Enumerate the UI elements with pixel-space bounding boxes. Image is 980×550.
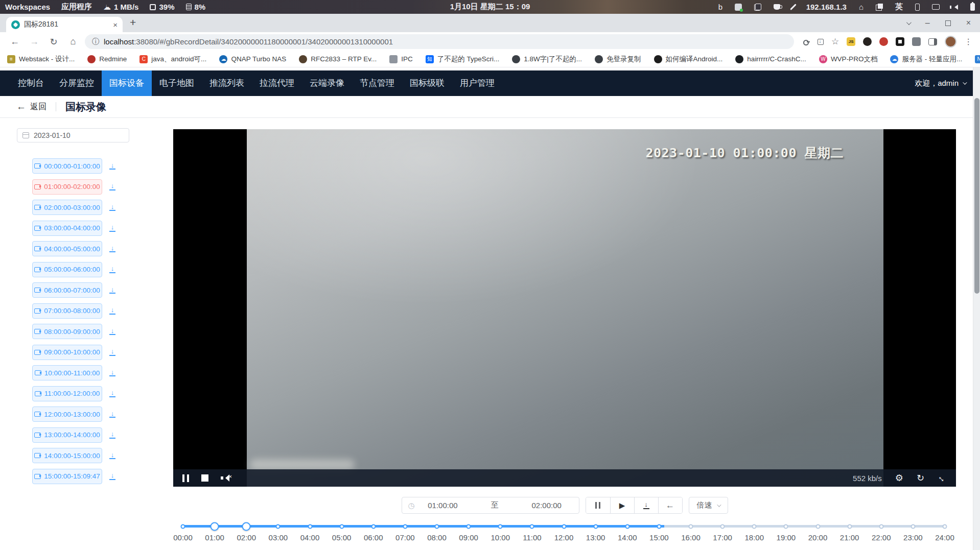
clipboard-icon[interactable] [754,4,761,11]
record-segment-button[interactable]: 08:00:00-09:00:00 [32,324,102,339]
bookmark-item[interactable]: hairrrrr/C-CrashC... [735,55,806,63]
nav-item[interactable]: 分屏监控 [52,70,102,96]
home-icon[interactable]: ⌂ [859,3,864,11]
nav-item[interactable]: 拉流代理 [252,70,302,96]
bookmark-item[interactable]: Redmine [87,55,127,63]
download-record-button[interactable]: ↓ [109,204,115,211]
window-stack-icon[interactable] [876,4,883,11]
bookmark-item[interactable]: 知 了不起的 TypeScri... [426,55,500,64]
extension-dark-icon[interactable] [863,37,872,46]
bookmark-item[interactable]: ≡ Webstack - 设计... [7,55,75,64]
nav-item[interactable]: 国标级联 [402,70,452,96]
bookmark-item[interactable]: 1.8W字|了不起的... [512,55,582,64]
download-record-button[interactable]: ↓ [109,224,115,232]
cup-icon[interactable] [774,4,780,10]
timeline-handle[interactable] [242,522,251,531]
nav-item[interactable]: 控制台 [10,70,52,96]
video-player[interactable]: 2023-01-10 01:00:00 星期二 × 552 kb/s ⚙ ↻ ↔ [173,129,956,487]
phone-link-icon[interactable] [915,4,920,11]
record-segment-button[interactable]: 04:00:00-05:00:00 [32,241,102,256]
reload-button[interactable]: ↻ [46,36,61,47]
download-record-button[interactable]: ↓ [109,472,115,480]
bookmark-star-icon[interactable]: ☆ [831,36,839,47]
record-segment-button[interactable]: 09:00:00-10:00:00 [32,345,102,360]
record-segment-button[interactable]: 00:00:00-01:00:00 [32,158,102,174]
nav-item[interactable]: 推流列表 [202,70,252,96]
seek-back-button[interactable]: ← [658,497,682,513]
browser-menu-icon[interactable]: ⋮ [964,37,972,46]
download-record-button[interactable]: ↓ [109,162,115,170]
record-segment-button[interactable]: 06:00:00-07:00:00 [32,282,102,298]
back-arrow-icon[interactable]: ← [16,101,26,112]
tab-search-icon[interactable] [906,20,912,25]
time-range-input[interactable]: ◷ 01:00:00 至 02:00:00 [402,497,579,514]
bookmark-item[interactable]: N HDAtmos :: 种子 *... [975,55,980,64]
refresh-icon[interactable]: ↻ [917,472,924,484]
workspaces-button[interactable]: Workspaces [5,3,50,11]
record-segment-button[interactable]: 15:00:00-15:09:47 [32,469,102,484]
minimize-button[interactable]: – [925,18,930,28]
new-tab-button[interactable]: + [130,17,136,28]
extension-black-icon[interactable] [896,37,904,46]
bookmark-item[interactable]: RFC2833 – RTP Ev... [299,55,377,63]
pause-icon[interactable] [182,474,189,482]
site-info-icon[interactable]: ⓘ [92,37,99,46]
play-button[interactable]: ▶ [610,497,634,513]
nav-item[interactable]: 国标设备 [102,70,152,96]
user-menu[interactable]: 欢迎，admin [915,79,980,88]
download-record-button[interactable]: ↓ [109,266,115,273]
extension-red-icon[interactable] [879,37,888,46]
download-record-button[interactable]: ↓ [109,390,115,397]
download-record-button[interactable]: ↓ [109,245,115,253]
app-notification-icon[interactable] [735,4,742,11]
volume-icon[interactable] [952,5,958,10]
mute-icon[interactable]: × [221,474,232,482]
record-segment-button[interactable]: 02:00:00-03:00:00 [32,200,102,215]
playback-speed-dropdown[interactable]: 倍速 [689,497,728,514]
nav-item[interactable]: 用户管理 [452,70,502,96]
shutter-settings-icon[interactable]: ⚙ [895,472,903,484]
browser-tab[interactable]: 国标28181 × [6,17,123,32]
record-segment-button[interactable]: 13:00:00-14:00:00 [32,427,102,443]
input-method-indicator[interactable]: 英 [895,2,903,12]
page-scrollbar[interactable] [973,67,980,550]
extensions-puzzle-icon[interactable] [912,37,921,46]
display-icon[interactable] [932,4,940,10]
download-record-button[interactable]: ↓ [109,307,115,315]
start-time-value[interactable]: 01:00:00 [417,501,469,510]
bookmark-item[interactable]: ☁ 服务器 - 轻量应用... [890,55,962,64]
nav-item[interactable]: 云端录像 [302,70,352,96]
bookmark-item[interactable]: W WVP-PRO文档 [819,55,878,64]
pause-button[interactable] [586,497,610,513]
download-record-button[interactable]: ↓ [109,348,115,356]
record-segment-button[interactable]: 05:00:00-06:00:00 [32,262,102,277]
side-panel-icon[interactable] [928,38,937,45]
record-segment-button[interactable]: 03:00:00-04:00:00 [32,221,102,236]
address-bar[interactable]: ⓘ localhost:38080/#/gbRecordDetail/34020… [85,34,794,49]
download-record-button[interactable]: ↓ [109,328,115,336]
download-record-button[interactable]: ↓ [109,369,115,377]
ip-address[interactable]: 192.168.1.3 [806,3,847,11]
share-icon[interactable] [818,39,824,45]
bookmark-item[interactable]: IPC [389,55,413,63]
extension-js-icon[interactable]: JS [847,37,855,46]
fullscreen-icon[interactable]: ↔ [935,471,949,485]
maximize-button[interactable] [945,20,951,26]
download-record-button[interactable]: ↓ [109,411,115,418]
record-segment-button[interactable]: 07:00:00-08:00:00 [32,303,102,319]
bookmark-item[interactable]: 免登录复制 [595,55,641,64]
stop-icon[interactable] [201,474,208,482]
password-manager-icon[interactable] [803,38,810,45]
record-segment-button[interactable]: 01:00:00-02:00:00 [32,179,102,195]
window-close-button[interactable]: × [966,18,971,28]
bing-tray-icon[interactable]: b [718,3,722,11]
back-button[interactable]: ← [7,36,22,47]
end-time-value[interactable]: 02:00:00 [521,501,573,510]
record-segment-button[interactable]: 11:00:00-12:00:00 [32,386,102,401]
bookmark-item[interactable]: ☁ QNAP Turbo NAS [219,55,286,63]
bookmark-item[interactable]: 如何编译Android... [654,55,723,64]
applications-button[interactable]: 应用程序 [61,2,92,12]
record-segment-button[interactable]: 12:00:00-13:00:00 [32,406,102,422]
download-record-button[interactable]: ↓ [109,286,115,294]
bookmark-item[interactable]: C java、android可... [139,55,206,64]
